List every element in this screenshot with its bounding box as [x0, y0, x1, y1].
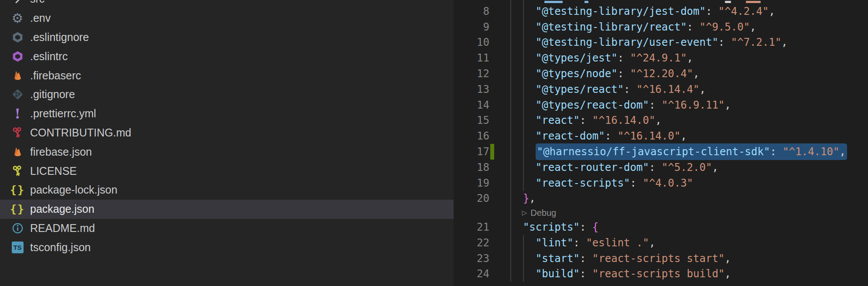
codelens-label: Debug: [530, 208, 556, 218]
token-punct: ,: [649, 237, 655, 249]
code-line-content[interactable]: "build": "react-scripts build",: [510, 266, 868, 282]
code-tokens: "lint": "eslint .",: [536, 237, 656, 249]
text-selection: "@harnessio/ff-javascript-client-sdk": "…: [536, 143, 847, 160]
token-punct: :: [706, 5, 718, 17]
code-line-content[interactable]: "@testing-library/react": "^9.5.0",: [510, 19, 868, 35]
code-line-content[interactable]: "@harnessio/ff-javascript-client-sdk": "…: [510, 144, 868, 160]
info-icon: [10, 221, 24, 235]
token-punct: ,: [781, 36, 787, 48]
indent-guide: [510, 219, 511, 235]
sidebar-item-tsconfig-json[interactable]: TStsconfig.json: [0, 238, 454, 257]
file-name: package-lock.json: [30, 184, 117, 196]
code-line-content[interactable]: },: [510, 191, 868, 207]
code-editor[interactable]: 8"@testing-library/jest-dom": "^4.2.4",9…: [454, 0, 868, 286]
code-line-content[interactable]: "scripts": {: [510, 219, 868, 235]
code-line-content[interactable]: "@testing-library/jest-dom": "^4.2.4",: [510, 3, 868, 19]
token-punct: :: [580, 221, 592, 233]
line-number: 17: [454, 146, 489, 158]
indent-guide: [510, 19, 511, 35]
indent-guide: [510, 160, 511, 175]
code-line-content[interactable]: "@types/jest": "^24.9.1",: [510, 50, 868, 66]
partial-line-fragment: [584, 1, 588, 3]
token-str: "eslint .": [586, 237, 649, 249]
indent-guide: [523, 251, 524, 266]
indent-guide: [510, 82, 511, 97]
code-line-content[interactable]: "@testing-library/user-event": "^7.2.1",: [510, 35, 868, 51]
code-line-content[interactable]: "react-scripts": "^4.0.3": [510, 175, 868, 191]
token-punct: ,: [693, 68, 699, 80]
line-number: 24: [454, 268, 489, 280]
code-line-content[interactable]: "start": "react-scripts start",: [510, 251, 868, 266]
indent-guide: [523, 160, 524, 175]
sidebar-item-readme-md[interactable]: README.md: [0, 219, 454, 238]
code-line-14: 14"@types/react-dom": "^16.9.11",: [454, 97, 868, 113]
code-tokens: "scripts": {: [523, 221, 598, 233]
file-name: .gitignore: [30, 88, 75, 101]
token-punct: :: [624, 83, 636, 95]
code-line-content[interactable]: "react-dom": "^16.14.0",: [510, 128, 868, 144]
sidebar-item--env[interactable]: ⚙.env: [0, 9, 454, 28]
line-number: 14: [454, 99, 489, 111]
code-line-content[interactable]: "react-router-dom": "^5.2.0",: [510, 160, 868, 175]
eslint-purple-icon: [10, 49, 24, 63]
file-name: .eslintignore: [30, 31, 89, 44]
token-str: "^16.14.4": [636, 83, 700, 95]
token-punct: :: [718, 36, 731, 48]
token-str: "^16.9.11": [662, 99, 725, 111]
token-key: "@types/react-dom": [536, 99, 649, 111]
sidebar-item-package-json[interactable]: {}package.json: [0, 200, 454, 219]
sidebar-item-src[interactable]: src: [0, 0, 454, 9]
indent-guide: [510, 0, 511, 3]
indent-guide: [510, 235, 511, 251]
codelens-content: ▷Debug: [510, 206, 868, 219]
token-punct: :: [574, 237, 586, 249]
file-name: LICENSE: [30, 165, 77, 177]
code-tokens: "@types/node": "^12.20.4",: [536, 68, 700, 80]
code-line-9: 9"@testing-library/react": "^9.5.0",: [454, 19, 868, 35]
code-tokens: "@types/react": "^16.14.4",: [536, 83, 706, 95]
sidebar-item--firebaserc[interactable]: .firebaserc: [0, 66, 454, 85]
code-tokens: "@testing-library/react": "^9.5.0",: [536, 21, 756, 33]
code-line-12: 12"@types/node": "^12.20.4",: [454, 66, 868, 82]
sidebar-item--gitignore[interactable]: .gitignore: [0, 85, 454, 104]
token-key: "@testing-library/user-event": [536, 36, 718, 48]
sidebar-item-license[interactable]: LICENSE: [0, 161, 454, 180]
code-tokens: "react-dom": "^16.14.0",: [536, 130, 687, 142]
code-line-content[interactable]: "@types/react-dom": "^16.9.11",: [510, 97, 868, 113]
code-line-content[interactable]: "@types/react": "^16.14.4",: [510, 82, 868, 97]
sidebar-item--prettierrc-yml[interactable]: !.prettierrc.yml: [0, 104, 454, 123]
partial-line-fragment: [725, 1, 731, 3]
sidebar-item-contributing-md[interactable]: CONTRIBUTING.md: [0, 123, 454, 143]
token-key: "react": [536, 114, 580, 126]
sidebar-item--eslintignore[interactable]: .eslintignore: [0, 28, 454, 47]
code-line-content[interactable]: "lint": "eslint .",: [510, 235, 868, 251]
code-line-11: 11"@types/jest": "^24.9.1",: [454, 50, 868, 66]
code-line-24: 24"build": "react-scripts build",: [454, 266, 868, 282]
code-tokens: "@types/jest": "^24.9.1",: [536, 52, 693, 64]
token-str: "^7.2.1": [731, 36, 782, 48]
file-name: firebase.json: [30, 146, 92, 158]
debug-codelens-link[interactable]: ▷Debug: [522, 208, 556, 218]
line-number: 21: [454, 221, 489, 233]
token-str: "react-scripts start": [592, 252, 724, 265]
eslint-gray-icon: [10, 30, 24, 44]
indent-guide: [523, 144, 524, 160]
sidebar-item-firebase-json[interactable]: firebase.json: [0, 142, 454, 161]
gear-icon: ⚙: [10, 11, 24, 25]
code-lines: 8"@testing-library/jest-dom": "^4.2.4",9…: [454, 0, 868, 282]
sidebar-item--eslintrc[interactable]: .eslintrc: [0, 47, 454, 66]
token-punct: :: [630, 177, 643, 189]
code-line-21: 21"scripts": {: [454, 219, 868, 235]
code-tokens: "build": "react-scripts build",: [536, 268, 731, 280]
line-number: 11: [454, 52, 489, 64]
token-str: "^16.14.0": [618, 130, 681, 142]
sidebar-item-package-lock-json[interactable]: {}package-lock.json: [0, 180, 454, 200]
token-key: "scripts": [523, 221, 580, 233]
code-line-content[interactable]: "react": "^16.14.0",: [510, 113, 868, 129]
token-punct: ,: [839, 146, 845, 158]
code-line-19: 19"react-scripts": "^4.0.3": [454, 175, 868, 191]
file-name: .env: [30, 12, 51, 24]
code-line-content[interactable]: "@types/node": "^12.20.4",: [510, 66, 868, 82]
line-number: 16: [454, 130, 489, 142]
partial-line-fragment: [544, 1, 563, 3]
